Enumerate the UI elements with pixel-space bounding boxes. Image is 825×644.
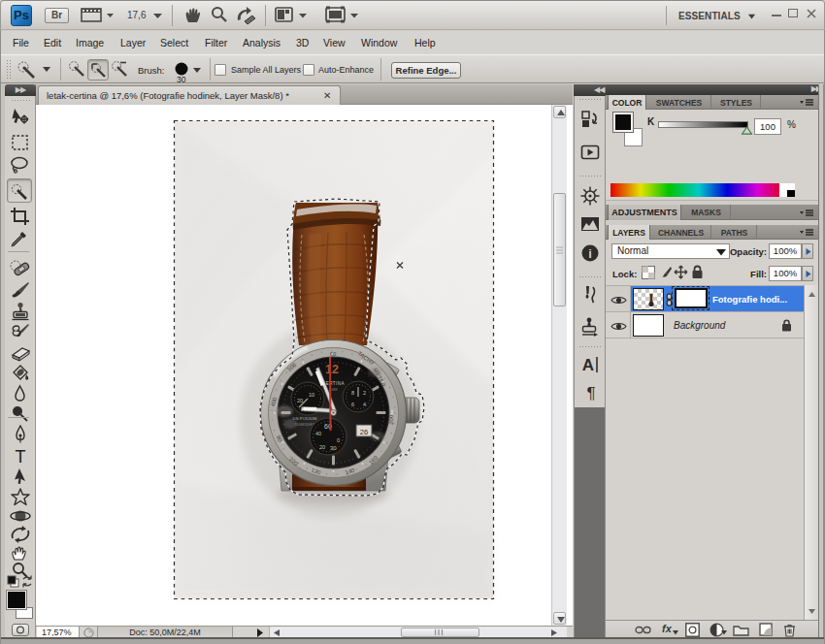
svg-text:i: i	[588, 246, 592, 261]
svg-text:2: 2	[363, 390, 366, 396]
svg-text:60: 60	[330, 351, 337, 357]
svg-text:20: 20	[319, 444, 325, 450]
svg-text:8: 8	[351, 390, 354, 396]
svg-text:40: 40	[315, 431, 321, 436]
svg-text:4: 4	[363, 402, 366, 407]
svg-text:10: 10	[309, 392, 314, 398]
svg-text:T: T	[16, 447, 26, 467]
svg-text:30: 30	[330, 445, 337, 451]
svg-text:26: 26	[360, 428, 368, 436]
svg-text:12: 12	[325, 363, 339, 376]
svg-text:20: 20	[297, 398, 303, 403]
svg-text:¶: ¶	[586, 384, 595, 402]
svg-text:6: 6	[351, 402, 354, 407]
svg-text:A: A	[582, 356, 594, 374]
svg-text:DS PODIUM: DS PODIUM	[293, 416, 317, 421]
svg-text:0: 0	[337, 437, 340, 443]
